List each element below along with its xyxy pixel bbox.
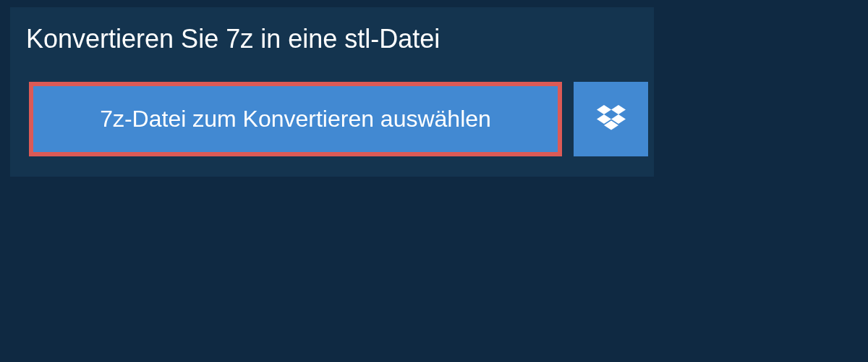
dropbox-button[interactable]	[574, 82, 648, 156]
select-file-button[interactable]: 7z-Datei zum Konvertieren auswählen	[29, 82, 562, 156]
page-title: Konvertieren Sie 7z in eine stl-Datei	[26, 23, 502, 62]
select-file-label: 7z-Datei zum Konvertieren auswählen	[100, 106, 491, 132]
converter-panel: Konvertieren Sie 7z in eine stl-Datei 7z…	[10, 7, 654, 177]
button-row: 7z-Datei zum Konvertieren auswählen	[10, 62, 654, 177]
dropbox-icon	[597, 105, 626, 134]
heading-wrap: Konvertieren Sie 7z in eine stl-Datei	[10, 7, 518, 62]
